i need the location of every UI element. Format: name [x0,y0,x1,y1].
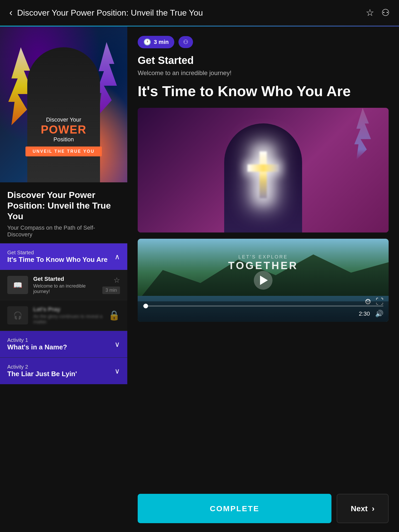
lesson-meta-2: 🔒 [108,310,120,321]
hero-image: Discover Your POWER Position UNVEIL THE … [0,26,127,182]
hero-power-text: POWER [25,123,103,136]
hero-text-overlay: Discover Your POWER Position UNVEIL THE … [25,116,103,156]
lesson-item-2[interactable]: 🎧 Let's Pray As the glory continues to r… [0,300,127,331]
hero-position-text: Position [25,136,103,143]
accordion-section-3: Activity 2 The Liar Just Be Lyin' ∨ [0,357,127,384]
star-icon[interactable]: ☆ [366,7,374,18]
main-layout: Discover Your POWER Position UNVEIL THE … [0,26,399,532]
left-panel: Discover Your POWER Position UNVEIL THE … [0,26,127,532]
right-panel: 🕐 3 min ⚇ Get Started Welcome to an incr… [127,26,399,532]
video-bottom-row: 2:30 🔊 [143,310,383,318]
cross-horizontal [248,164,279,172]
lesson-thumb-1: 📖 [7,276,28,294]
play-triangle-icon [260,276,268,285]
hero-figure [27,47,100,182]
chevron-down-icon-2: ∨ [115,340,120,349]
accordion-header-text-3: Activity 2 The Liar Just Be Lyin' [7,364,77,378]
lesson-name-2: Let's Pray [33,306,103,313]
lesson-meta-1: ☆ 3 min [102,276,120,294]
accordion-section-2: Activity 1 What's in a Name? ∨ [0,331,127,357]
content-get-started: Get Started [138,55,389,66]
lesson-thumb-2: 🎧 [7,306,28,324]
video-progress-dot [143,304,148,308]
accordion-section-1: Get Started It's Time To Know Who You Ar… [0,243,127,331]
lesson-info-1: Get Started Welcome to an incredible jou… [33,276,97,294]
headphones-icon: 🎧 [13,311,22,320]
video-duration: 2:30 [359,310,370,317]
content-main-title: It's Time to Know Who You Are [138,83,389,99]
lesson-duration-1: 3 min [102,287,120,294]
chevron-down-icon-3: ∨ [115,367,120,375]
video-title-area: LET'S EXPLORE TOGETHER [143,254,383,271]
back-button[interactable]: ‹ [9,7,12,18]
header: ‹ Discover Your Power Position: Unveil t… [0,0,399,26]
action-buttons: COMPLETE Next › [138,494,389,523]
course-title: Discover Your Power Position: Unveil the… [7,190,120,221]
course-subtitle: Your Compass on the Path of Self-Discove… [7,224,120,238]
video-together-text: TOGETHER [143,260,383,271]
accordion-header-3[interactable]: Activity 2 The Liar Just Be Lyin' ∨ [0,358,127,384]
chevron-up-icon: ∧ [115,252,120,261]
lock-icon: 🔒 [108,310,120,321]
content-image [138,108,389,232]
complete-button[interactable]: COMPLETE [138,494,331,523]
time-badge: 🕐 3 min [138,36,174,48]
volume-icon[interactable]: 🔊 [375,310,383,318]
video-explore-text: LET'S EXPLORE [143,254,383,260]
accordion-header-text-2: Activity 1 What's in a Name? [7,337,67,351]
next-button[interactable]: Next › [337,494,389,523]
header-left: ‹ Discover Your Power Position: Unveil t… [9,7,203,18]
header-title: Discover Your Power Position: Unveil the… [17,8,203,18]
video-progress-bar[interactable] [143,305,383,307]
cross-icon [248,151,279,198]
video-player[interactable]: LET'S EXPLORE TOGETHER ⚙ ⛶ [138,239,389,322]
course-info: Discover Your Power Position: Unveil the… [0,182,127,243]
lesson-info-2: Let's Pray As the glory continues to rev… [33,306,103,325]
next-arrow-icon: › [372,504,375,513]
video-icons-right: 2:30 🔊 [359,310,383,318]
section-label-3: Activity 2 [7,364,77,370]
accordion-header-2[interactable]: Activity 1 What's in a Name? ∨ [0,331,127,357]
lesson-desc-1: Welcome to an incredible journey! [33,283,97,294]
content-welcome: Welcome to an incredible journey! [138,69,389,77]
book-icon: 📖 [13,281,22,289]
section-title-2: What's in a Name? [7,343,67,351]
clock-icon: 🕐 [143,38,151,46]
section-title-3: The Liar Just Be Lyin' [7,370,77,378]
cross-vertical [260,151,267,198]
lesson-desc-2: As the glory continues to reveal a matte… [33,314,103,325]
lesson-name-1: Get Started [33,276,97,282]
section-title-1: It's Time To Know Who You Are [7,256,108,264]
video-controls: 2:30 🔊 [138,301,389,322]
time-value: 3 min [154,39,169,45]
content-image-inner [138,108,389,232]
hero-discover-text: Discover Your [25,116,103,123]
section-label-1: Get Started [7,250,108,256]
link-icon[interactable]: ⚇ [381,7,390,18]
hero-badge: UNVEIL THE TRUE YOU [25,147,102,156]
lesson-star-icon-1[interactable]: ☆ [114,276,120,284]
next-label: Next [351,504,368,513]
lesson-item-1[interactable]: 📖 Get Started Welcome to an incredible j… [0,270,127,300]
accordion-header-1[interactable]: Get Started It's Time To Know Who You Ar… [0,243,127,270]
play-button[interactable] [254,271,272,290]
accordion-header-text-1: Get Started It's Time To Know Who You Ar… [7,250,108,264]
link-badge[interactable]: ⚇ [178,36,193,48]
header-icons: ☆ ⚇ [366,7,390,18]
meta-badges: 🕐 3 min ⚇ [138,36,389,48]
section-label-2: Activity 1 [7,337,67,343]
